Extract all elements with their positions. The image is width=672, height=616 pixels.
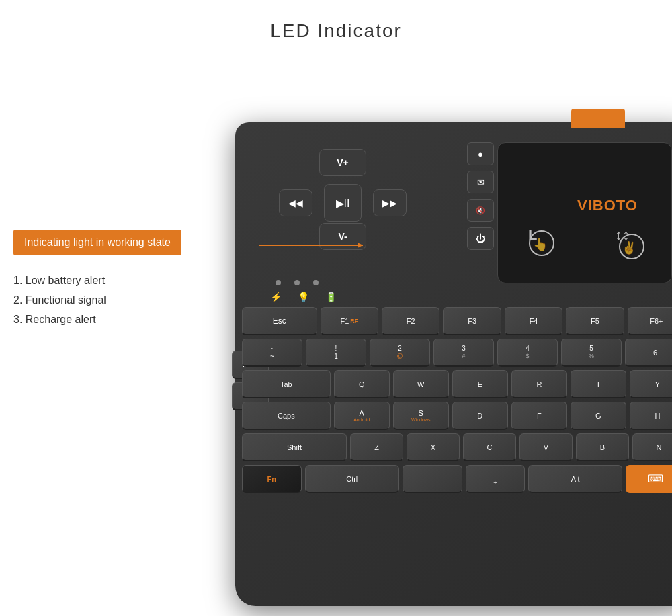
s-key[interactable]: S Windows [393,402,449,430]
play-pause-btn[interactable]: ▶II [324,184,362,222]
c-key[interactable]: C [463,433,516,461]
f-key[interactable]: F [511,402,567,430]
1-key[interactable]: !1 [306,339,366,367]
t-key[interactable]: T [571,370,626,398]
h-key[interactable]: H [630,402,672,430]
6-key[interactable]: 6 [625,339,672,367]
f2-key[interactable]: F2 [382,307,439,335]
y-key[interactable]: Y [630,370,672,398]
fn-key[interactable]: Fn [242,465,302,493]
d-key[interactable]: D [452,402,508,430]
shift-key[interactable]: Shift [242,433,347,461]
x-key[interactable]: X [407,433,460,461]
tilde-key[interactable]: ·~ [242,339,302,367]
left-click-icon: L 👆 [525,223,558,269]
zxcv-row: Shift Z X C V B N [242,433,672,461]
alt-key[interactable]: Alt [528,465,622,493]
f6-key[interactable]: F6+ [628,307,672,335]
keyboard-body: VIBOTO L 👆 ↕↕ [235,122,672,606]
list-item-3: 3. Recharge alert [13,310,296,330]
number-row: ·~ !1 2@ 3# 4$ 5% [242,339,672,367]
brand-logo: VIBOTO [577,197,638,214]
caps-key[interactable]: Caps [242,402,331,430]
keyboard-container: VIBOTO L 👆 ↕↕ [235,69,672,616]
led-dot-3 [313,280,319,285]
svg-text:✌: ✌ [622,240,637,255]
equals-key[interactable]: =+ [466,465,526,493]
function-row: Esc F1RF F2 F3 F4 F5 F6+ [242,307,672,335]
list-items: 1. Low battery alert 2. Functional signa… [13,271,296,329]
gesture-icons: L 👆 ↕↕ ✌ [498,223,671,269]
camera-btn[interactable]: ● [467,142,494,165]
f1-key[interactable]: F1RF [321,307,378,335]
led-signal-icon: 💡 [298,292,309,302]
right-click-icon: ↕↕ ✌ [612,223,645,269]
f3-key[interactable]: F3 [443,307,501,335]
side-controls: ● ✉ 🔇 ⏻ [467,142,494,250]
z-key[interactable]: Z [350,433,403,461]
indicator-label: Indicating light in working state [13,230,181,255]
n-key[interactable]: N [632,433,672,461]
volume-up-btn[interactable]: V+ [319,149,366,176]
email-btn[interactable]: ✉ [467,171,494,193]
led-recharge-icon: 🔋 [325,292,337,302]
content-area: Indicating light in working state 1. Low… [0,48,672,616]
key-rows: Esc F1RF F2 F3 F4 F5 F6+ · [242,307,672,496]
power-btn[interactable]: ⏻ [467,227,494,250]
annotation-area: Indicating light in working state 1. Low… [13,230,296,329]
page-title: LED Indicator [0,0,672,42]
tab-key[interactable]: Tab [242,370,331,398]
list-item-2: 2. Functional signal [13,291,296,310]
orange-accent [571,109,625,128]
r-key[interactable]: R [511,370,567,398]
ctrl-key[interactable]: Ctrl [305,465,399,493]
g-key[interactable]: G [571,402,626,430]
a-key[interactable]: A Android [334,402,390,430]
asdf-row: Caps A Android S Windows D F [242,402,672,430]
mute-btn[interactable]: 🔇 [467,199,494,222]
svg-text:👆: 👆 [533,237,548,252]
qwerty-row: Tab Q W E R T Y [242,370,672,398]
annotation-arrow-line [259,245,363,246]
prev-btn[interactable]: ◀◀ [279,189,312,216]
b-key[interactable]: B [576,433,629,461]
f4-key[interactable]: F4 [505,307,562,335]
v-key[interactable]: V [519,433,573,461]
next-btn[interactable]: ▶▶ [373,189,407,216]
touchpad-area[interactable]: VIBOTO L 👆 ↕↕ [497,142,672,283]
2-key[interactable]: 2@ [370,339,430,367]
4-key[interactable]: 4$ [497,339,558,367]
5-key[interactable]: 5% [561,339,622,367]
3-key[interactable]: 3# [433,339,494,367]
w-key[interactable]: W [393,370,449,398]
list-item-1: 1. Low battery alert [13,271,296,291]
minus-key[interactable]: -_ [403,465,462,493]
q-key[interactable]: Q [334,370,390,398]
f5-key[interactable]: F5 [566,307,624,335]
bottom-row: Fn Ctrl -_ =+ Alt ⌨ [242,465,672,493]
e-key[interactable]: E [452,370,508,398]
special-key[interactable]: ⌨ [626,465,672,493]
